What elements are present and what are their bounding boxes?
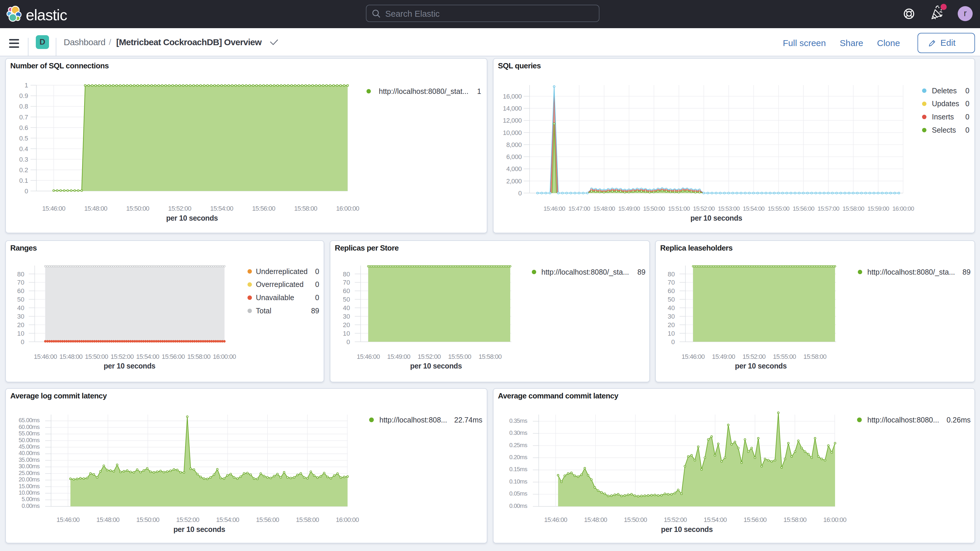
svg-text:15:56:00: 15:56:00 — [743, 516, 767, 524]
svg-text:per 10 seconds: per 10 seconds — [410, 362, 462, 370]
svg-text:15:55:00: 15:55:00 — [773, 353, 796, 360]
svg-text:14,000: 14,000 — [503, 105, 522, 112]
svg-text:Selects: Selects — [932, 126, 956, 134]
svg-text:40.00ms: 40.00ms — [19, 450, 40, 456]
svg-text:10.00ms: 10.00ms — [19, 489, 40, 496]
svg-text:50.00ms: 50.00ms — [19, 437, 40, 443]
svg-text:8,000: 8,000 — [506, 141, 522, 148]
svg-text:15:53:00: 15:53:00 — [718, 205, 740, 212]
svg-text:0: 0 — [671, 338, 675, 346]
svg-text:15:58:00: 15:58:00 — [842, 205, 864, 212]
svg-text:15:48:00: 15:48:00 — [593, 205, 615, 212]
svg-text:Replica leaseholders: Replica leaseholders — [660, 244, 733, 252]
svg-text:15:58:00: 15:58:00 — [294, 205, 317, 212]
svg-text:80: 80 — [668, 271, 675, 278]
svg-text:15:50:00: 15:50:00 — [136, 516, 159, 524]
svg-text:Number of SQL connections: Number of SQL connections — [10, 61, 109, 70]
svg-text:15:55:00: 15:55:00 — [448, 353, 471, 360]
svg-text:15:54:00: 15:54:00 — [216, 516, 239, 524]
svg-text:50: 50 — [343, 296, 350, 303]
svg-text:15:58:00: 15:58:00 — [296, 516, 319, 524]
svg-text:15:57:00: 15:57:00 — [818, 205, 839, 212]
svg-text:60.00ms: 60.00ms — [19, 424, 40, 430]
svg-text:10,000: 10,000 — [503, 129, 522, 137]
svg-text:per 10 seconds: per 10 seconds — [735, 362, 787, 370]
svg-text:per 10 seconds: per 10 seconds — [690, 214, 742, 222]
svg-text:0.10ms: 0.10ms — [509, 478, 528, 485]
svg-text:20.00ms: 20.00ms — [19, 476, 40, 483]
svg-text:15:46:00: 15:46:00 — [357, 353, 380, 360]
svg-text:15:52:00: 15:52:00 — [664, 516, 687, 524]
svg-text:5.00ms: 5.00ms — [22, 496, 40, 502]
svg-text:0: 0 — [965, 86, 969, 95]
svg-text:15:58:00: 15:58:00 — [783, 516, 807, 524]
svg-text:0: 0 — [965, 126, 969, 134]
svg-text:20: 20 — [18, 321, 24, 329]
svg-text:http://localhost:8080/_stat...: http://localhost:8080/_stat... — [379, 87, 469, 96]
svg-text:20: 20 — [343, 321, 350, 329]
svg-text:30: 30 — [343, 313, 350, 320]
svg-text:89: 89 — [637, 268, 646, 276]
svg-text:Average command commit latency: Average command commit latency — [498, 392, 619, 400]
svg-text:15:59:00: 15:59:00 — [867, 205, 889, 212]
svg-text:0.20ms: 0.20ms — [509, 454, 528, 460]
svg-text:10: 10 — [343, 330, 350, 337]
svg-text:30: 30 — [18, 313, 24, 320]
svg-text:http://localhost:8080/_sta...: http://localhost:8080/_sta... — [867, 268, 955, 276]
svg-text:Ranges: Ranges — [10, 244, 37, 252]
svg-text:15:49:00: 15:49:00 — [712, 353, 735, 360]
svg-text:15:46:00: 15:46:00 — [543, 205, 565, 212]
svg-text:0: 0 — [315, 280, 319, 288]
svg-text:70: 70 — [343, 279, 350, 286]
svg-text:15:56:00: 15:56:00 — [256, 516, 279, 524]
svg-text:Underreplicated: Underreplicated — [256, 267, 308, 276]
svg-text:15:46:00: 15:46:00 — [682, 353, 705, 360]
svg-text:80: 80 — [343, 271, 350, 278]
svg-text:4,000: 4,000 — [506, 165, 522, 172]
svg-text:0.5: 0.5 — [19, 135, 28, 142]
svg-text:40: 40 — [18, 304, 24, 312]
svg-text:15:51:00: 15:51:00 — [668, 205, 690, 212]
svg-text:0.35ms: 0.35ms — [509, 417, 528, 424]
svg-text:20: 20 — [668, 321, 675, 329]
svg-text:15:48:00: 15:48:00 — [59, 353, 83, 360]
svg-text:45.00ms: 45.00ms — [19, 443, 40, 450]
svg-text:2,000: 2,000 — [506, 177, 522, 185]
svg-text:Average log commit latency: Average log commit latency — [10, 392, 107, 400]
svg-text:16:00:00: 16:00:00 — [213, 353, 236, 360]
svg-text:15:58:00: 15:58:00 — [479, 353, 502, 360]
svg-text:15:46:00: 15:46:00 — [34, 353, 57, 360]
svg-text:per 10 seconds: per 10 seconds — [166, 214, 218, 222]
svg-text:15:52:00: 15:52:00 — [168, 205, 191, 212]
svg-text:0: 0 — [25, 188, 28, 195]
svg-text:15:54:00: 15:54:00 — [743, 205, 765, 212]
svg-text:89: 89 — [311, 307, 319, 315]
svg-text:15:52:00: 15:52:00 — [176, 516, 199, 524]
svg-text:15:56:00: 15:56:00 — [792, 205, 814, 212]
svg-text:15:49:00: 15:49:00 — [618, 205, 640, 212]
svg-text:0: 0 — [518, 190, 522, 197]
svg-text:0: 0 — [315, 267, 319, 276]
svg-text:15.00ms: 15.00ms — [19, 483, 40, 489]
svg-text:15:46:00: 15:46:00 — [544, 516, 567, 524]
svg-text:0.25ms: 0.25ms — [509, 442, 528, 448]
svg-text:15:56:00: 15:56:00 — [252, 205, 275, 212]
svg-text:40: 40 — [668, 304, 675, 312]
svg-text:15:49:00: 15:49:00 — [387, 353, 410, 360]
svg-text:15:48:00: 15:48:00 — [96, 516, 119, 524]
svg-text:0: 0 — [347, 338, 350, 346]
svg-text:0.8: 0.8 — [19, 103, 28, 110]
svg-text:0.15ms: 0.15ms — [509, 466, 528, 472]
svg-text:15:55:00: 15:55:00 — [768, 205, 789, 212]
svg-text:15:52:00: 15:52:00 — [693, 205, 715, 212]
svg-text:0: 0 — [315, 293, 319, 302]
svg-text:Updates: Updates — [932, 99, 959, 108]
svg-text:Total: Total — [256, 307, 271, 315]
svg-text:15:58:00: 15:58:00 — [187, 353, 210, 360]
svg-text:15:58:00: 15:58:00 — [803, 353, 827, 360]
svg-text:0.1: 0.1 — [19, 177, 28, 184]
svg-text:15:48:00: 15:48:00 — [84, 205, 107, 212]
svg-text:12,000: 12,000 — [503, 117, 522, 124]
svg-text:25.00ms: 25.00ms — [19, 470, 40, 476]
svg-text:15:50:00: 15:50:00 — [624, 516, 647, 524]
